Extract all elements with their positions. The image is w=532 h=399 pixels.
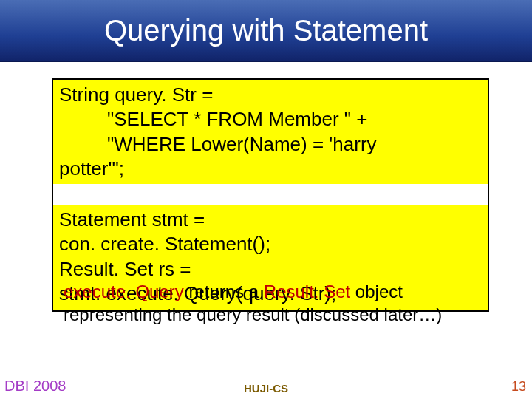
code-line: potter'"; bbox=[59, 157, 482, 181]
code-line: String query. Str = bbox=[59, 83, 482, 107]
content-area: String query. Str = "SELECT * FROM Membe… bbox=[0, 62, 532, 312]
code-line: "WHERE Lower(Name) = 'harry bbox=[59, 132, 482, 157]
footer-center: HUJI-CS bbox=[0, 382, 532, 395]
slide: Querying with Statement String query. St… bbox=[0, 0, 532, 399]
code-line: Statement stmt = bbox=[59, 208, 482, 232]
slide-title: Querying with Statement bbox=[104, 14, 428, 47]
title-bar: Querying with Statement bbox=[0, 0, 532, 62]
note-keyword: Result. Set bbox=[264, 282, 350, 301]
note-keyword: execute. Query bbox=[64, 282, 184, 301]
note-text: returns a bbox=[184, 282, 264, 301]
code-line: "SELECT * FROM Member " + bbox=[59, 107, 482, 132]
code-box: String query. Str = "SELECT * FROM Membe… bbox=[52, 78, 489, 312]
code-line: Result. Set rs = bbox=[59, 257, 482, 282]
code-line: con. create. Statement(); bbox=[59, 232, 482, 256]
note-row: execute. Query returns a Result. Set obj… bbox=[64, 281, 507, 304]
code-gap bbox=[53, 184, 488, 205]
explanatory-note: execute. Query returns a Result. Set obj… bbox=[64, 281, 507, 326]
note-row: representing the query result (discussed… bbox=[64, 304, 507, 327]
slide-number: 13 bbox=[511, 379, 526, 395]
note-text: object bbox=[350, 282, 403, 301]
